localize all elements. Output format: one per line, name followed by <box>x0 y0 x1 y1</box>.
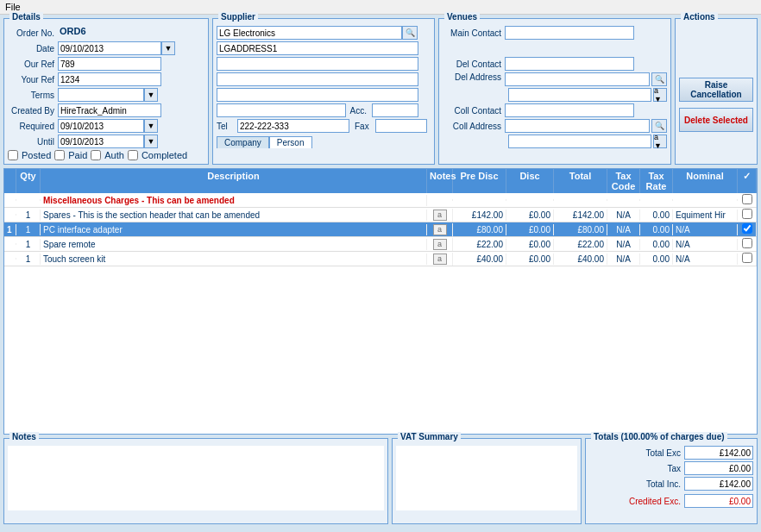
posted-checkbox[interactable] <box>8 150 18 160</box>
row-desc: Spare remote <box>41 239 427 250</box>
raise-cancellation-button[interactable]: Raise Cancellation <box>679 78 753 102</box>
notes-panel: Notes <box>3 438 388 524</box>
coll-address-text-input[interactable] <box>508 135 651 148</box>
table-row[interactable]: Miscellaneous Charges - This can be amen… <box>4 193 757 208</box>
th-disc: Disc <box>506 169 554 193</box>
delete-selected-button[interactable]: Delete Selected <box>679 108 753 132</box>
terms-input[interactable] <box>58 88 144 102</box>
row-qty: 1 <box>16 253 41 265</box>
row-nominal: N/A <box>673 239 738 250</box>
row-taxcode: N/A <box>607 253 640 265</box>
table-row[interactable]: 1 Spare remote a £22.00 £0.00 £22.00 N/A… <box>4 237 757 252</box>
required-dropdown-icon[interactable]: ▼ <box>144 119 158 133</box>
supplier-addr1-input[interactable] <box>217 41 418 55</box>
row-checkbox[interactable] <box>742 209 752 219</box>
row-nominal: N/A <box>673 224 738 235</box>
row-notes[interactable]: a <box>427 253 453 266</box>
supplier-addr2-input[interactable] <box>217 57 418 71</box>
main-contact-input[interactable] <box>505 26 634 40</box>
required-input[interactable] <box>58 119 144 133</box>
table-row[interactable]: 1 Spares - This is the section header th… <box>4 208 757 222</box>
row-sel[interactable] <box>738 252 757 266</box>
th-taxcode: Tax Code <box>607 169 640 193</box>
supplier-name-input[interactable] <box>217 26 402 40</box>
row-sel[interactable] <box>738 237 757 251</box>
row-checkbox[interactable] <box>742 238 752 248</box>
supplier-addr5-input[interactable] <box>217 103 346 117</box>
notes-textarea[interactable] <box>8 446 384 510</box>
table-row[interactable]: 1 Touch screen kit a £40.00 £0.00 £40.00… <box>4 252 757 266</box>
th-total: Total <box>554 169 607 193</box>
main-contact-label: Main Contact <box>443 28 505 38</box>
table-body: Miscellaneous Charges - This can be amen… <box>4 193 757 266</box>
your-ref-input[interactable] <box>58 72 161 86</box>
note-button[interactable]: a <box>433 210 447 221</box>
del-address-dropdown-icon[interactable]: a ▼ <box>653 88 667 102</box>
row-notes[interactable]: a <box>427 209 453 222</box>
row-sel[interactable] <box>738 208 757 222</box>
tax-label: Tax <box>615 464 684 473</box>
row-checkbox[interactable] <box>742 223 752 234</box>
credited-exc-label: Credited Exc. <box>615 497 684 506</box>
until-dropdown-icon[interactable]: ▼ <box>144 135 158 148</box>
row-checkbox[interactable] <box>742 253 752 263</box>
row-taxcode: N/A <box>607 210 640 221</box>
venues-panel: Venues Main Contact Del Contact Del Addr… <box>438 18 671 165</box>
del-contact-input[interactable] <box>505 57 634 71</box>
row-total: £40.00 <box>554 253 607 265</box>
note-button[interactable]: a <box>433 253 447 265</box>
note-button[interactable]: a <box>433 224 447 235</box>
auth-checkbox[interactable] <box>91 150 101 160</box>
company-tab[interactable]: Company <box>217 136 269 148</box>
row-total: £22.00 <box>554 239 607 250</box>
menubar[interactable]: File <box>0 0 761 15</box>
supplier-search-button[interactable]: 🔍 <box>402 26 418 40</box>
supplier-addr4-input[interactable] <box>217 88 418 102</box>
acc-input[interactable] <box>372 103 418 117</box>
order-no-label: Order No. <box>8 28 58 38</box>
tax-input <box>684 461 753 475</box>
row-taxrate: 0.00 <box>640 239 673 250</box>
coll-address-input[interactable] <box>505 119 650 133</box>
del-address-input[interactable] <box>505 72 650 86</box>
totals-panel: Totals (100.00% of charges due) Total Ex… <box>585 438 758 524</box>
row-notes[interactable]: a <box>427 238 453 251</box>
vat-summary-textarea[interactable] <box>396 446 577 510</box>
fax-input[interactable] <box>375 119 427 133</box>
row-desc: Touch screen kit <box>41 253 427 265</box>
supplier-addr3-input[interactable] <box>217 72 418 86</box>
paid-checkbox[interactable] <box>54 150 65 160</box>
completed-checkbox[interactable] <box>128 150 138 160</box>
row-sel[interactable] <box>738 193 757 207</box>
del-address-text-input[interactable] <box>508 88 651 102</box>
row-qty: 1 <box>16 210 41 221</box>
coll-address-search-button[interactable]: 🔍 <box>651 119 667 133</box>
row-notes[interactable]: a <box>427 223 453 236</box>
credited-exc-input <box>684 494 753 508</box>
date-label: Date <box>8 44 58 53</box>
note-button[interactable]: a <box>433 239 447 250</box>
terms-dropdown-icon[interactable]: ▼ <box>144 88 158 102</box>
table-row[interactable]: 1 1 PC interface adapter a £80.00 £0.00 … <box>4 222 757 237</box>
row-icon <box>4 214 16 216</box>
date-dropdown-icon[interactable]: ▼ <box>161 41 175 55</box>
row-disc: £0.00 <box>506 224 554 235</box>
coll-address-dropdown-icon[interactable]: a ▼ <box>653 135 667 148</box>
created-by-input[interactable] <box>58 103 161 117</box>
until-label: Until <box>8 137 58 147</box>
coll-contact-input[interactable] <box>505 103 634 117</box>
our-ref-input[interactable] <box>58 57 161 71</box>
person-tab[interactable]: Person <box>269 136 312 148</box>
date-input[interactable] <box>58 41 161 55</box>
row-taxrate <box>640 199 673 201</box>
row-disc: £0.00 <box>506 239 554 250</box>
del-address-search-button[interactable]: 🔍 <box>651 72 667 86</box>
file-menu[interactable]: File <box>5 2 21 12</box>
status-checkboxes: Posted Paid Auth Completed <box>8 150 204 160</box>
row-qty <box>16 199 41 201</box>
row-checkbox[interactable] <box>742 194 752 204</box>
row-predisc: £80.00 <box>453 224 506 235</box>
row-sel[interactable] <box>738 222 757 236</box>
until-input[interactable] <box>58 135 144 148</box>
tel-input[interactable] <box>237 119 349 133</box>
